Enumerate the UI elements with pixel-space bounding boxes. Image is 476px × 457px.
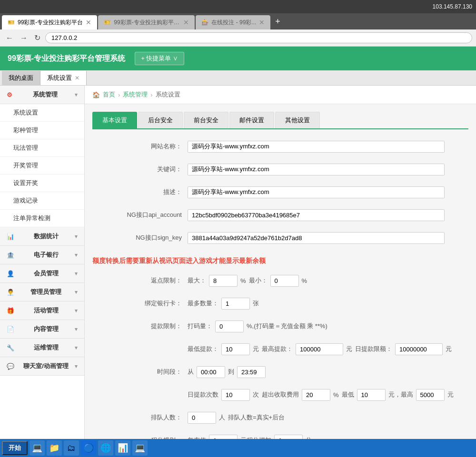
tab3-close[interactable]: ✕	[259, 19, 265, 26]
tab1-label: 99彩票-专业投注购彩平台	[18, 19, 83, 27]
ng-sign-key-input[interactable]	[188, 232, 445, 244]
keywords-row: 关键词：	[92, 162, 468, 177]
sidebar-group-admins-icon: 👨‍💼	[7, 289, 14, 296]
rebate-max-input[interactable]	[209, 275, 238, 287]
max-withdraw-input[interactable]	[296, 343, 343, 355]
sidebar-group-bank-toggle: ▾	[75, 252, 78, 258]
browser-tab-2[interactable]: 🎫 99彩票-专业投注购彩平台管理系... ✕	[98, 15, 195, 29]
time-period-row: 时间段： 从 到	[92, 364, 468, 379]
sidebar-item-set-draw[interactable]: 设置开奖	[0, 175, 84, 192]
sidebar-collapse-button[interactable]: ◀	[84, 244, 85, 263]
tab-other-settings[interactable]: 其他设置	[275, 112, 320, 128]
tab-email-settings[interactable]: 邮件设置	[229, 112, 274, 128]
time-to-input[interactable]	[237, 366, 266, 378]
fee-max-input[interactable]	[416, 389, 445, 401]
sidebar-group-bank-icon: 🏦	[7, 252, 14, 259]
time-from-label: 从	[188, 368, 194, 376]
description-row: 描述：	[92, 185, 468, 200]
tab-frontend-security[interactable]: 前台安全	[184, 112, 228, 128]
points-row: 积分规则： 每充值 元积分增加 分	[92, 433, 468, 439]
new-tab-button[interactable]: +	[271, 17, 284, 27]
website-name-input[interactable]	[188, 141, 445, 153]
min-max-withdraw-inline: 最低提款： 元 最高提款： 元 日提款限额： 元	[188, 343, 452, 355]
browser-tab-1[interactable]: 🎫 99彩票-专业投注购彩平台 ✕	[2, 15, 97, 29]
sidebar-group-bank-header[interactable]: 🏦 电子银行 ▾	[0, 246, 84, 264]
description-label: 描述：	[92, 188, 188, 196]
sidebar-group-admins-header[interactable]: 👨‍💼 管理员管理 ▾	[0, 283, 84, 301]
browser-title-bar: 103.145.87.130	[0, 0, 476, 13]
rebate-min-percent: %	[302, 277, 307, 284]
rebate-min-input[interactable]	[270, 275, 299, 287]
description-input[interactable]	[188, 186, 445, 198]
daily-limit-input[interactable]	[395, 343, 443, 355]
time-from-input[interactable]	[197, 366, 225, 378]
fee-min-label: 最低	[342, 390, 354, 399]
sidebar-group-admins-toggle: ▾	[75, 289, 78, 295]
extra-fee-input[interactable]	[302, 389, 330, 401]
sidebar-item-game-records[interactable]: 游戏记录	[0, 192, 84, 210]
sidebar-group-stats-label: 数据统计	[34, 232, 59, 241]
rebate-max-percent: %	[240, 277, 246, 284]
back-button[interactable]: ←	[4, 33, 15, 43]
tab-basic-settings[interactable]: 基本设置	[92, 112, 137, 128]
sidebar-group-content-header[interactable]: 📄 内容管理 ▾	[0, 320, 84, 339]
browser-nav: ← → ↻	[0, 29, 476, 47]
sidebar-group-activities: 🎁 活动管理 ▾	[0, 301, 84, 320]
points-recharge-input[interactable]	[209, 435, 238, 439]
sidebar-item-anomaly-detection[interactable]: 注单异常检测	[0, 210, 84, 227]
ng-api-account-input[interactable]	[188, 209, 445, 221]
sidebar-group-system-header[interactable]: ⚙ 系统管理 ▾	[0, 86, 84, 104]
browser-tab-3[interactable]: 🎰 在线投注 - 99彩... ✕	[196, 15, 270, 29]
daily-count-unit: 次	[253, 390, 259, 399]
tabsbar-settings[interactable]: 系统设置 ✕	[40, 71, 87, 85]
address-bar[interactable]	[45, 32, 472, 43]
daily-limit-label: 日提款限额：	[355, 345, 392, 353]
sidebar-group-bank: 🏦 电子银行 ▾	[0, 246, 84, 264]
tab-backend-security[interactable]: 后台安全	[138, 112, 183, 128]
min-withdraw-input[interactable]	[221, 343, 250, 355]
fee-min-unit: 元，最高	[388, 390, 413, 399]
withdraw-limit-row: 提款限制： 打码量： %,(打码量＝充值金额 乘 **%)	[92, 319, 468, 334]
points-add-input[interactable]	[274, 435, 303, 439]
sidebar-group-activities-header[interactable]: 🎁 活动管理 ▾	[0, 301, 84, 320]
sidebar-group-members-label: 会员管理	[34, 269, 59, 278]
sidebar-item-draw-management[interactable]: 开奖管理	[0, 157, 84, 175]
points-inline: 每充值 元积分增加 分	[188, 435, 312, 439]
min-withdraw-unit: 元	[253, 345, 259, 353]
fee-max-unit: 元	[447, 390, 454, 399]
withdraw-dama-input[interactable]	[215, 321, 244, 332]
sidebar-group-chat-toggle: ▾	[75, 363, 78, 369]
max-withdraw-unit: 元	[346, 345, 352, 353]
forward-button[interactable]: →	[18, 33, 30, 43]
min-withdraw-label: 最低提款：	[188, 345, 218, 353]
sidebar-group-members-header[interactable]: 👤 会员管理 ▾	[0, 264, 84, 283]
breadcrumb-home[interactable]: 首页	[103, 90, 115, 99]
queue-input[interactable]	[188, 412, 216, 424]
sidebar-group-content-label: 内容管理	[34, 325, 59, 333]
sidebar-group-chat-header[interactable]: 💬 聊天室/动画管理 ▾	[0, 357, 84, 376]
sidebar-group-activities-icon: 🎁	[7, 307, 14, 314]
tabsbar-settings-close[interactable]: ✕	[75, 75, 79, 81]
breadcrumb-parent[interactable]: 系统管理	[123, 90, 148, 99]
tabsbar-desktop[interactable]: 我的桌面	[2, 71, 40, 85]
extra-fee-label: 超出收取费用	[262, 390, 299, 399]
sidebar-item-system-settings[interactable]: 系统设置	[0, 104, 84, 122]
tab3-label: 在线投注 - 99彩...	[211, 19, 256, 27]
withdraw-limit-inline: 打码量： %,(打码量＝充值金额 乘 **%)	[188, 321, 327, 332]
sidebar-item-lottery-management[interactable]: 彩种管理	[0, 122, 84, 139]
tab1-close[interactable]: ✕	[86, 19, 91, 26]
sidebar-group-ops-header[interactable]: 🔧 运维管理 ▾	[0, 339, 84, 357]
sidebar-group-stats-header[interactable]: 📊 数据统计 ▾	[0, 227, 84, 246]
website-name-label: 网站名称：	[92, 142, 188, 151]
sidebar-item-play-management[interactable]: 玩法管理	[0, 139, 84, 157]
fee-min-input[interactable]	[357, 389, 386, 401]
quick-menu-button[interactable]: + 快捷菜单 ∨	[135, 52, 184, 65]
tab2-close[interactable]: ✕	[183, 19, 189, 26]
sidebar-group-stats-toggle: ▾	[75, 233, 78, 240]
ng-sign-key-row: NG接口sign_key	[92, 230, 468, 245]
refresh-button[interactable]: ↻	[32, 32, 42, 43]
daily-count-input[interactable]	[221, 389, 250, 401]
keywords-input[interactable]	[188, 164, 445, 175]
bind-bank-input[interactable]	[221, 298, 250, 310]
sidebar-group-admins: 👨‍💼 管理员管理 ▾	[0, 283, 84, 301]
